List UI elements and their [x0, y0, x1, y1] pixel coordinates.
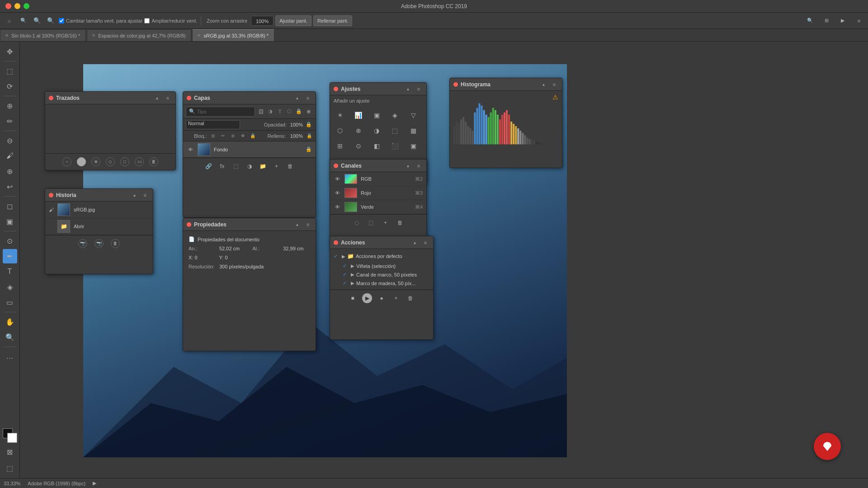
accion-vineta[interactable]: ✓ ▶ Viñeta (selección) [334, 262, 429, 270]
minimize-button[interactable] [14, 3, 20, 9]
canales-collapse[interactable]: ▴ [404, 162, 412, 170]
tab-close-icon-3[interactable]: ✕ [197, 33, 201, 38]
eraser-tool[interactable]: ◻ [3, 199, 17, 213]
layout-icon[interactable]: ⊞ [820, 14, 833, 27]
trazados-menu[interactable]: ≡ [164, 94, 172, 102]
accion-marco-madera-expand[interactable]: ▶ [351, 281, 354, 286]
capas-opacity-lock[interactable]: 🔒 [305, 121, 313, 129]
canales-menu[interactable]: ≡ [415, 162, 423, 170]
ajuste-gradient[interactable]: ▣ [406, 139, 420, 153]
trazados-close[interactable] [49, 96, 53, 100]
tab-close-icon[interactable]: ✕ [5, 33, 9, 38]
canal-rojo[interactable]: 👁 Rojo ⌘3 [330, 186, 426, 200]
trazados-header[interactable]: Trazados ▴ ≡ [45, 92, 175, 104]
accion-group-header[interactable]: ✓ ▶ 📁 Acciones por defecto [334, 251, 429, 262]
capas-blend-select[interactable]: Normal [186, 120, 240, 129]
trazados-collapse[interactable]: ▴ [153, 94, 161, 102]
histograma-collapse[interactable]: ▴ [539, 80, 547, 89]
propiedades-close[interactable] [187, 222, 191, 227]
tab-sintitulo[interactable]: ✕ Sin título-1 al 100% (RGB/16) * [0, 29, 86, 41]
historia-item-srgb[interactable]: 🖌 sRGB.jpg [45, 202, 153, 218]
trazados-footer-circle1[interactable]: ○ [62, 157, 71, 166]
ajustes-header[interactable]: Ajustes ▴ ≡ [330, 83, 426, 95]
accion-canal-marco[interactable]: ✓ ▶ Canal de marco, 50 píxeles [334, 270, 429, 279]
accion-vineta-expand[interactable]: ▶ [351, 263, 354, 268]
zoom-value[interactable]: 100% [251, 16, 274, 26]
historia-snapshot[interactable]: 📷 [94, 239, 104, 248]
trazados-footer-circle3[interactable]: ⊕ [91, 157, 100, 166]
layer-fondo[interactable]: 👁 Fondo 🔒 [183, 141, 316, 158]
ajuste-threshold[interactable]: ⬛ [388, 139, 402, 153]
ajustes-menu[interactable]: ≡ [415, 85, 423, 93]
ajuste-channelmixer[interactable]: ▦ [406, 123, 420, 138]
close-button[interactable] [5, 3, 11, 9]
ajuste-colorlookup[interactable]: ⊞ [333, 139, 347, 153]
more-tools[interactable]: … [3, 349, 17, 364]
historia-trash[interactable]: 🗑 [111, 239, 120, 248]
ampliar-reducir-checkbox[interactable] [144, 18, 150, 23]
trazados-footer-rect[interactable]: ▭ [135, 157, 144, 166]
zoom-tool[interactable]: 🔍 [3, 330, 17, 344]
capas-fill-adj[interactable]: ◑ [245, 162, 254, 171]
capas-filter-toggle[interactable]: ◉ [305, 108, 313, 116]
ajuste-hsl[interactable]: ⬡ [333, 123, 347, 138]
capas-filter-smart[interactable]: 🔒 [295, 108, 303, 116]
ajuste-bw[interactable]: ◑ [369, 123, 384, 138]
historia-item-abrir[interactable]: 🖌 📁 Abrir [45, 218, 153, 235]
capas-header[interactable]: Capas ▴ ≡ [183, 92, 316, 104]
canales-close[interactable] [334, 164, 338, 168]
red-circle-button[interactable] [814, 433, 841, 460]
crop-tool[interactable]: ⊕ [3, 99, 17, 113]
historia-close[interactable] [49, 193, 53, 197]
zoom-in-icon[interactable]: 🔍 [44, 14, 57, 27]
pen-tool[interactable]: ✒ [3, 249, 17, 263]
dodge-tool[interactable]: ⊙ [3, 234, 17, 248]
lock-position[interactable]: ✏ [219, 132, 226, 140]
zoom-out-icon[interactable]: 🔍 [31, 14, 43, 27]
histograma-close[interactable] [453, 82, 458, 87]
acciones-menu[interactable]: ≡ [421, 239, 429, 247]
capas-filter-adjust[interactable]: ◑ [266, 108, 274, 116]
accion-new-action[interactable]: + [391, 293, 401, 303]
ajustes-close[interactable] [334, 87, 338, 91]
capas-group[interactable]: 📁 [259, 162, 268, 171]
canal-rgb[interactable]: 👁 RGB ⌘2 [330, 172, 426, 186]
arrow-icon[interactable]: ▶ [836, 14, 849, 27]
canal-trash[interactable]: 🗑 [396, 218, 405, 227]
ajuste-brightness[interactable]: ☀ [333, 108, 347, 122]
ajuste-vibrance[interactable]: ▽ [406, 108, 420, 122]
capas-filter-shape[interactable]: ⬡ [285, 108, 293, 116]
brush-tool[interactable]: 🖌 [3, 149, 17, 163]
ajuste-colorbalance[interactable]: ⊕ [351, 123, 366, 138]
ajuste-photofilter[interactable]: ⬚ [388, 123, 402, 138]
acciones-collapse[interactable]: ▴ [410, 239, 419, 247]
propiedades-menu[interactable]: ≡ [304, 221, 312, 229]
heal-tool[interactable]: ⊖ [3, 133, 17, 148]
canal-mask[interactable]: ⬚ [367, 218, 376, 227]
home-icon[interactable]: ⌂ [3, 14, 15, 27]
histograma-header[interactable]: Histograma ▴ ≡ [450, 78, 562, 91]
trazados-footer-trash[interactable]: 🗑 [149, 157, 158, 166]
trazados-footer-diamond[interactable]: ◇ [106, 157, 115, 166]
move-tool[interactable]: ✥ [3, 44, 17, 59]
accion-group-expand[interactable]: ▶ [342, 254, 345, 259]
capas-link[interactable]: 🔗 [204, 162, 213, 171]
capas-filter-type[interactable]: T [276, 108, 284, 116]
accion-record[interactable]: ● [377, 293, 387, 303]
propiedades-collapse[interactable]: ▴ [293, 221, 301, 229]
rellenar-pant-button[interactable]: Rellenar pant. [313, 15, 353, 26]
tab-espacios[interactable]: ✕ Espacios de color.jpg al 42,7% (RGB/8) [87, 29, 191, 41]
canal-verde-eye[interactable]: 👁 [334, 203, 341, 211]
tab-close-icon-2[interactable]: ✕ [92, 33, 95, 38]
hand-tool[interactable]: ✋ [3, 314, 17, 329]
ajuste-invert[interactable]: ⊙ [351, 139, 366, 153]
acciones-close[interactable] [334, 240, 338, 245]
maximize-button[interactable] [24, 3, 29, 9]
history-brush-tool[interactable]: ↩ [3, 179, 17, 194]
marquee-tool[interactable]: ⬚ [3, 64, 17, 78]
propiedades-header[interactable]: Propiedades ▴ ≡ [183, 218, 316, 231]
lock-artboard[interactable]: ⊕ [229, 132, 236, 140]
cambiar-tamano-checkbox[interactable] [59, 18, 64, 23]
ajuste-curves[interactable]: 📊 [351, 108, 366, 122]
acciones-header[interactable]: Acciones ▴ ≡ [330, 236, 433, 249]
